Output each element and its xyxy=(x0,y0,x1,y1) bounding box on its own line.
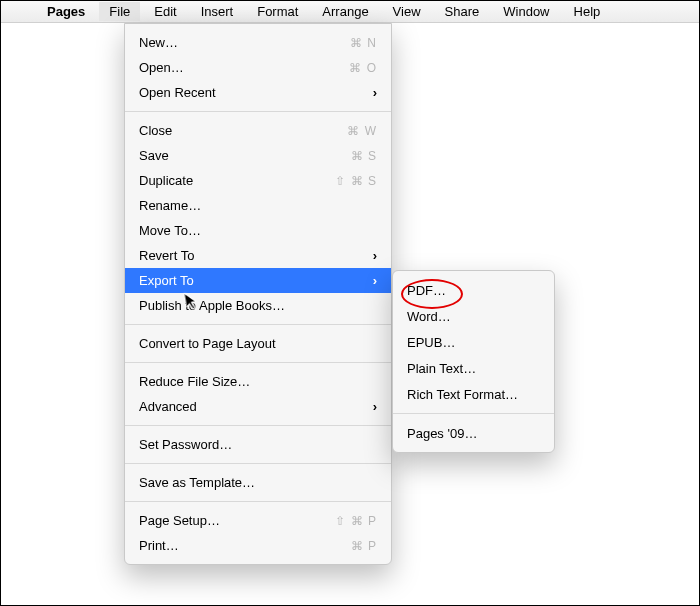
menu-item-label: Move To… xyxy=(139,223,377,238)
menu-item-label: Close xyxy=(139,123,337,138)
file-menu-item-duplicate[interactable]: Duplicate⇧ ⌘ S xyxy=(125,168,391,193)
menu-item-label: Save xyxy=(139,148,341,163)
file-menu-item-rename[interactable]: Rename… xyxy=(125,193,391,218)
export-to-submenu: PDF…Word…EPUB…Plain Text…Rich Text Forma… xyxy=(392,270,555,453)
menu-item-label: Set Password… xyxy=(139,437,377,452)
chevron-right-icon: › xyxy=(373,85,377,100)
file-menu-item-publish-to-apple-books[interactable]: Publish to Apple Books… xyxy=(125,293,391,318)
file-menu-item-print[interactable]: Print…⌘ P xyxy=(125,533,391,558)
file-menu-item-new[interactable]: New…⌘ N xyxy=(125,30,391,55)
separator xyxy=(393,413,554,414)
export-submenu-item-pages-09[interactable]: Pages '09… xyxy=(393,420,554,446)
menu-item-label: Convert to Page Layout xyxy=(139,336,377,351)
menu-item-label: PDF… xyxy=(407,283,540,298)
file-menu-item-advanced[interactable]: Advanced› xyxy=(125,394,391,419)
separator xyxy=(125,362,391,363)
chevron-right-icon: › xyxy=(373,248,377,263)
menu-window[interactable]: Window xyxy=(493,2,559,21)
menu-item-label: Pages '09… xyxy=(407,426,540,441)
keyboard-shortcut: ⌘ W xyxy=(347,124,377,138)
menu-edit[interactable]: Edit xyxy=(144,2,186,21)
menu-item-label: Export To xyxy=(139,273,373,288)
menu-item-label: Open Recent xyxy=(139,85,373,100)
menu-item-label: New… xyxy=(139,35,340,50)
menu-view[interactable]: View xyxy=(383,2,431,21)
file-menu-item-save-as-template[interactable]: Save as Template… xyxy=(125,470,391,495)
menu-arrange[interactable]: Arrange xyxy=(312,2,378,21)
keyboard-shortcut: ⌘ P xyxy=(351,539,377,553)
file-menu-item-convert-to-page-layout[interactable]: Convert to Page Layout xyxy=(125,331,391,356)
file-menu-item-close[interactable]: Close⌘ W xyxy=(125,118,391,143)
separator xyxy=(125,324,391,325)
menu-item-label: Word… xyxy=(407,309,540,324)
menu-item-label: Duplicate xyxy=(139,173,325,188)
keyboard-shortcut: ⇧ ⌘ S xyxy=(335,174,377,188)
keyboard-shortcut: ⇧ ⌘ P xyxy=(335,514,377,528)
menu-format[interactable]: Format xyxy=(247,2,308,21)
export-submenu-item-plain-text[interactable]: Plain Text… xyxy=(393,355,554,381)
keyboard-shortcut: ⌘ S xyxy=(351,149,377,163)
menu-item-label: Page Setup… xyxy=(139,513,325,528)
menu-share[interactable]: Share xyxy=(435,2,490,21)
file-menu-item-page-setup[interactable]: Page Setup…⇧ ⌘ P xyxy=(125,508,391,533)
file-menu-item-reduce-file-size[interactable]: Reduce File Size… xyxy=(125,369,391,394)
menu-item-label: Advanced xyxy=(139,399,373,414)
menu-item-label: Plain Text… xyxy=(407,361,540,376)
menu-item-label: Save as Template… xyxy=(139,475,377,490)
menu-item-label: Rich Text Format… xyxy=(407,387,540,402)
export-submenu-item-pdf[interactable]: PDF… xyxy=(393,277,554,303)
file-menu-item-set-password[interactable]: Set Password… xyxy=(125,432,391,457)
chevron-right-icon: › xyxy=(373,399,377,414)
menu-item-label: Rename… xyxy=(139,198,377,213)
menu-item-label: Revert To xyxy=(139,248,373,263)
export-submenu-item-word[interactable]: Word… xyxy=(393,303,554,329)
file-dropdown: New…⌘ NOpen…⌘ OOpen Recent›Close⌘ WSave⌘… xyxy=(124,23,392,565)
menu-item-label: EPUB… xyxy=(407,335,540,350)
menu-help[interactable]: Help xyxy=(564,2,611,21)
menu-file[interactable]: File xyxy=(99,2,140,21)
separator xyxy=(125,463,391,464)
file-menu-item-save[interactable]: Save⌘ S xyxy=(125,143,391,168)
file-menu-item-export-to[interactable]: Export To› xyxy=(125,268,391,293)
keyboard-shortcut: ⌘ O xyxy=(349,61,377,75)
file-menu-item-open-recent[interactable]: Open Recent› xyxy=(125,80,391,105)
keyboard-shortcut: ⌘ N xyxy=(350,36,377,50)
menu-item-label: Reduce File Size… xyxy=(139,374,377,389)
chevron-right-icon: › xyxy=(373,273,377,288)
separator xyxy=(125,425,391,426)
file-menu-item-move-to[interactable]: Move To… xyxy=(125,218,391,243)
export-submenu-item-rich-text-format[interactable]: Rich Text Format… xyxy=(393,381,554,407)
menu-insert[interactable]: Insert xyxy=(191,2,244,21)
menu-item-label: Print… xyxy=(139,538,341,553)
export-submenu-item-epub[interactable]: EPUB… xyxy=(393,329,554,355)
menubar: Pages File Edit Insert Format Arrange Vi… xyxy=(1,1,699,23)
app-name[interactable]: Pages xyxy=(37,2,95,21)
file-menu-item-open[interactable]: Open…⌘ O xyxy=(125,55,391,80)
file-menu-item-revert-to[interactable]: Revert To› xyxy=(125,243,391,268)
menu-item-label: Publish to Apple Books… xyxy=(139,298,377,313)
separator xyxy=(125,501,391,502)
menu-item-label: Open… xyxy=(139,60,339,75)
separator xyxy=(125,111,391,112)
